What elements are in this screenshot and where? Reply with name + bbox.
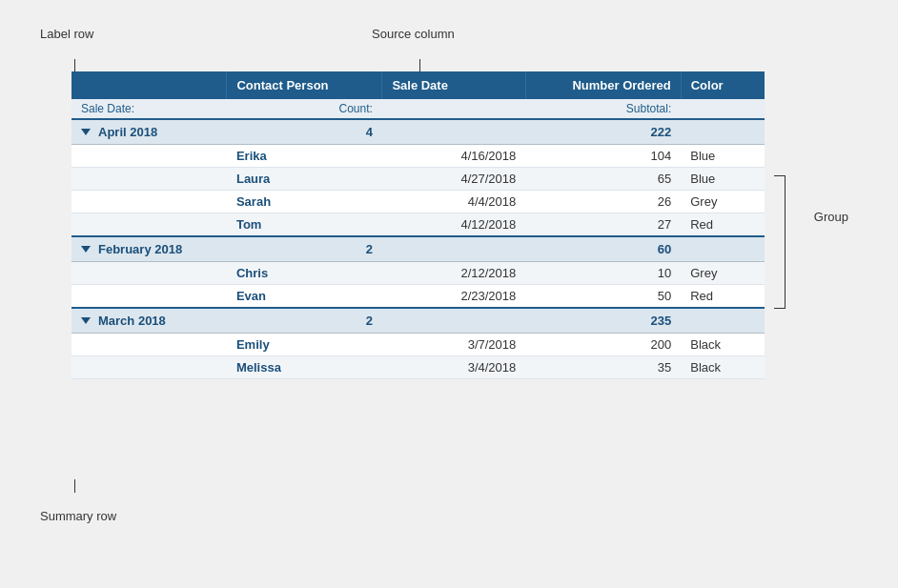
collapse-triangle-2[interactable]	[81, 317, 91, 324]
group-count-1: 2	[227, 236, 382, 262]
annotation-source-col-line	[419, 59, 420, 72]
row-ordered-0-2: 26	[525, 191, 681, 213]
row-color-1-0: Grey	[681, 262, 765, 285]
table-row: Melissa 3/4/2018 35 Black	[71, 356, 765, 379]
row-date-2-0: 3/7/2018	[382, 334, 525, 356]
row-empty-0-3	[71, 213, 227, 237]
table-wrapper: Contact Person Sale Date Number Ordered …	[71, 71, 765, 379]
row-date-0-0: 4/16/2018	[382, 145, 525, 168]
group-subtotal-1: 60	[525, 236, 681, 262]
row-ordered-0-3: 27	[525, 213, 681, 237]
row-color-0-0: Blue	[681, 145, 765, 168]
group-count-0: 4	[227, 119, 382, 145]
group-color-empty-1	[681, 236, 765, 262]
header-color: Color	[681, 71, 765, 99]
annotation-label-row: Label row	[40, 27, 93, 41]
row-ordered-1-0: 10	[525, 262, 681, 285]
annotation-summary-row-line	[74, 479, 75, 493]
group-date-empty-2	[382, 308, 525, 334]
annotation-group: Group	[814, 210, 848, 224]
row-ordered-0-1: 65	[525, 168, 681, 191]
annotation-label-row-line	[74, 59, 75, 72]
row-empty-0-2	[71, 191, 227, 213]
table-row: Evan 2/23/2018 50 Red	[71, 285, 765, 309]
header-row: Contact Person Sale Date Number Ordered …	[71, 71, 765, 99]
group-count-2: 2	[227, 308, 382, 334]
row-name-0-3: Tom	[227, 213, 382, 237]
row-date-0-2: 4/4/2018	[382, 191, 525, 213]
row-ordered-2-0: 200	[525, 334, 681, 356]
row-date-0-3: 4/12/2018	[382, 213, 525, 237]
row-ordered-1-1: 50	[525, 285, 681, 309]
group-color-empty-2	[681, 308, 765, 334]
label-sale-date: Sale Date:	[71, 99, 227, 119]
table-row: Emily 3/7/2018 200 Black	[71, 334, 765, 356]
row-ordered-2-1: 35	[525, 356, 681, 379]
header-col-empty	[71, 71, 227, 99]
row-empty-2-1	[71, 356, 227, 379]
collapse-triangle-0[interactable]	[81, 129, 91, 135]
table-row: Laura 4/27/2018 65 Blue	[71, 168, 765, 191]
header-sale-date: Sale Date	[382, 71, 525, 99]
group-header-0: April 2018 4 222	[71, 119, 765, 145]
annotation-group-bracket	[774, 175, 786, 309]
table-row: Chris 2/12/2018 10 Grey	[71, 262, 765, 285]
table-row: Sarah 4/4/2018 26 Grey	[71, 191, 765, 213]
row-name-0-1: Laura	[227, 168, 382, 191]
table-row: Erika 4/16/2018 104 Blue	[71, 145, 765, 168]
group-header-1: February 2018 2 60	[71, 236, 765, 262]
header-number-ordered: Number Ordered	[525, 71, 681, 99]
row-name-2-1: Melissa	[227, 356, 382, 379]
group-title-0: April 2018	[71, 119, 227, 145]
header-contact-person: Contact Person	[227, 71, 382, 99]
group-title-1: February 2018	[71, 236, 227, 262]
row-empty-1-1	[71, 285, 227, 309]
group-subtotal-2: 235	[525, 308, 681, 334]
row-color-2-1: Black	[681, 356, 765, 379]
row-name-2-0: Emily	[227, 334, 382, 356]
annotation-source-col: Source column	[372, 27, 455, 41]
annotation-summary-row: Summary row	[40, 509, 116, 523]
row-name-1-1: Evan	[227, 285, 382, 309]
row-color-0-2: Grey	[681, 191, 765, 213]
row-color-0-3: Red	[681, 213, 765, 237]
row-date-1-1: 2/23/2018	[382, 285, 525, 309]
row-ordered-0-0: 104	[525, 145, 681, 168]
group-subtotal-0: 222	[525, 119, 681, 145]
group-date-empty-0	[382, 119, 525, 145]
row-name-0-2: Sarah	[227, 191, 382, 213]
label-row: Sale Date: Count: Subtotal:	[71, 99, 765, 119]
row-empty-0-0	[71, 145, 227, 168]
row-date-2-1: 3/4/2018	[382, 356, 525, 379]
row-name-1-0: Chris	[227, 262, 382, 285]
data-table: Contact Person Sale Date Number Ordered …	[71, 71, 765, 379]
row-color-1-1: Red	[681, 285, 765, 309]
collapse-triangle-1[interactable]	[81, 246, 91, 253]
group-title-2: March 2018	[71, 308, 227, 334]
label-count: Count:	[227, 99, 382, 119]
label-subtotal: Subtotal:	[525, 99, 681, 119]
row-empty-2-0	[71, 334, 227, 356]
row-date-0-1: 4/27/2018	[382, 168, 525, 191]
row-color-2-0: Black	[681, 334, 765, 356]
group-header-2: March 2018 2 235	[71, 308, 765, 334]
row-empty-0-1	[71, 168, 227, 191]
group-color-empty-0	[681, 119, 765, 145]
row-empty-1-0	[71, 262, 227, 285]
group-date-empty-1	[382, 236, 525, 262]
table-row: Tom 4/12/2018 27 Red	[71, 213, 765, 237]
label-empty1	[382, 99, 525, 119]
row-color-0-1: Blue	[681, 168, 765, 191]
row-name-0-0: Erika	[227, 145, 382, 168]
label-empty2	[681, 99, 765, 119]
row-date-1-0: 2/12/2018	[382, 262, 525, 285]
page-container: Label row Source column Group Summary ro…	[0, 0, 898, 588]
